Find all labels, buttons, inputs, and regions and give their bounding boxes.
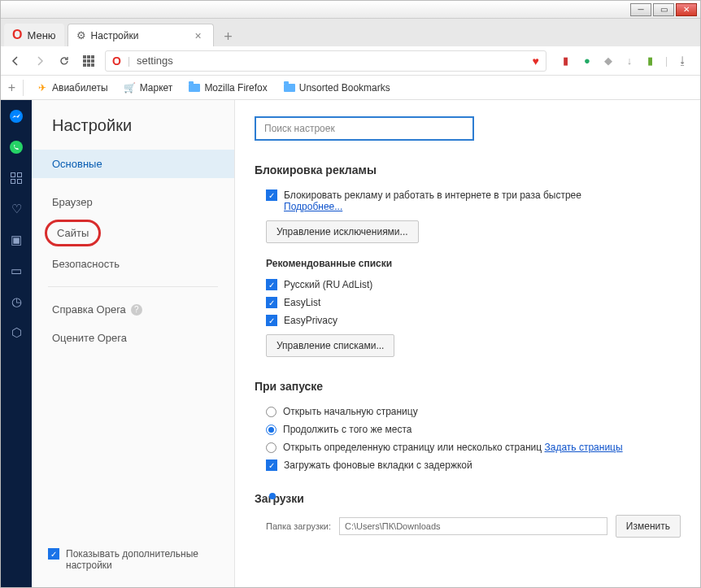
extension-shield-icon[interactable]: ◆: [602, 54, 615, 68]
startup-open-startpage[interactable]: Открыть начальную страницу: [255, 403, 681, 420]
manage-exceptions-button[interactable]: Управление исключениями...: [266, 220, 419, 243]
bookmark-folder[interactable]: Unsorted Bookmarks: [277, 80, 397, 96]
speed-dial-button[interactable]: [81, 53, 97, 69]
bookmarks-sidebar-icon[interactable]: ♡: [8, 201, 24, 217]
section-title: Загрузки: [255, 492, 681, 505]
bookmark-item[interactable]: ✈ Авиабилеты: [30, 80, 115, 96]
address-input[interactable]: [137, 54, 526, 67]
history-sidebar-icon[interactable]: ◷: [8, 294, 24, 310]
security-opera-icon: O: [112, 54, 121, 68]
learn-more-link[interactable]: Подробнее...: [284, 201, 342, 212]
adblock-section: Блокировка рекламы ✓ Блокировать рекламу…: [255, 163, 681, 362]
section-title: При запуске: [255, 380, 681, 393]
extensions-sidebar-icon[interactable]: ⬡: [8, 324, 24, 341]
reload-button[interactable]: [56, 53, 72, 69]
tabs-sidebar-icon[interactable]: ▭: [8, 263, 24, 279]
checkbox-icon: ✓: [266, 189, 277, 201]
tab-title: Настройки: [91, 30, 139, 41]
bookmark-folder[interactable]: Mozilla Firefox: [182, 80, 273, 96]
add-bookmark-button[interactable]: +: [7, 80, 24, 96]
opera-menu-button[interactable]: O Меню: [4, 24, 64, 46]
cart-icon: 🛒: [124, 82, 136, 94]
checkbox-icon: ✓: [48, 548, 59, 560]
vertical-sidebar: ♡ ▣ ▭ ◷ ⬡: [1, 100, 32, 587]
annotation-dot: [269, 493, 276, 499]
settings-sidebar: Настройки Основные Браузер Сайты Безопас…: [32, 100, 235, 587]
gear-icon: ⚙: [76, 29, 86, 41]
startup-lazy-load[interactable]: ✓Загружать фоновые вкладки с задержкой: [255, 456, 681, 474]
adblock-enable-option[interactable]: ✓ Блокировать рекламу и работать в интер…: [255, 186, 681, 216]
set-pages-link[interactable]: Задать страницы: [545, 442, 623, 453]
minimize-button[interactable]: ─: [630, 3, 651, 16]
toolbar: O | ♥ ▮ ● ◆ ↓ ▮ | ⭳: [1, 46, 700, 76]
bookmark-item[interactable]: 🛒 Маркет: [118, 80, 180, 96]
startup-specific-pages[interactable]: Открыть определенную страницу или нескол…: [255, 438, 681, 456]
plane-icon: ✈: [37, 82, 48, 94]
folder-icon: [189, 82, 200, 94]
close-window-button[interactable]: ✕: [676, 3, 697, 16]
downloads-button[interactable]: ⭳: [676, 54, 689, 68]
whatsapp-icon[interactable]: [8, 139, 24, 155]
back-button[interactable]: [7, 53, 24, 69]
tab-settings[interactable]: ⚙ Настройки ×: [67, 24, 214, 46]
tab-strip: O Меню ⚙ Настройки × +: [1, 19, 700, 46]
settings-content: Поиск настроек Блокировка рекламы ✓ Блок…: [235, 100, 700, 587]
change-folder-button[interactable]: Изменить: [616, 515, 681, 538]
checkbox-icon: ✓: [266, 460, 277, 471]
folder-icon: [284, 82, 295, 94]
bookmarks-bar: + ✈ Авиабилеты 🛒 Маркет Mozilla Firefox …: [1, 76, 700, 100]
settings-search-input[interactable]: Поиск настроек: [255, 116, 474, 141]
nav-sites[interactable]: Сайты: [45, 220, 101, 246]
extensions-area: ▮ ● ◆ ↓ ▮ | ⭳: [555, 54, 694, 68]
download-arrow-icon[interactable]: ↓: [623, 54, 636, 68]
tab-close-button[interactable]: ×: [191, 29, 204, 42]
list-russian-option[interactable]: ✓Русский (RU AdList): [255, 276, 681, 294]
nav-rate[interactable]: Оцените Opera: [32, 324, 234, 352]
nav-basic[interactable]: Основные: [32, 150, 234, 178]
manage-lists-button[interactable]: Управление списками...: [266, 334, 394, 357]
recommended-lists-title: Рекомендованные списки: [255, 258, 681, 269]
radio-icon: [266, 425, 276, 435]
radio-icon: [266, 407, 276, 417]
extension-icon-4[interactable]: ▮: [644, 54, 657, 68]
downloads-section: Загрузки Папка загрузки: C:\Users\ПК\Dow…: [255, 492, 681, 538]
nav-help[interactable]: Справка Opera?: [32, 295, 234, 324]
new-tab-button[interactable]: +: [219, 27, 238, 46]
speed-dial-sidebar-icon[interactable]: [8, 170, 24, 186]
show-advanced-checkbox[interactable]: ✓ Показывать дополнительные настройки: [48, 548, 234, 571]
address-bar[interactable]: O | ♥: [105, 50, 546, 72]
forward-button[interactable]: [32, 53, 48, 69]
svg-point-1: [10, 141, 23, 154]
list-easyprivacy-option[interactable]: ✓EasyPrivacy: [255, 311, 681, 329]
window-titlebar: ─ ▭ ✕: [1, 1, 700, 19]
separator: [48, 286, 218, 287]
checkbox-icon: ✓: [266, 279, 277, 290]
extension-icon-1[interactable]: ▮: [559, 54, 573, 68]
opera-menu-label: Меню: [27, 29, 55, 41]
checkbox-icon: ✓: [266, 297, 277, 308]
extension-icon-2[interactable]: ●: [581, 54, 594, 68]
checkbox-icon: ✓: [266, 315, 277, 326]
radio-icon: [266, 442, 276, 453]
bookmark-heart-icon[interactable]: ♥: [533, 54, 539, 68]
download-folder-label: Папка загрузки:: [266, 521, 331, 531]
nav-browser[interactable]: Браузер: [32, 188, 234, 216]
nav-security[interactable]: Безопасность: [32, 250, 234, 278]
help-icon: ?: [131, 304, 142, 316]
section-title: Блокировка рекламы: [255, 163, 681, 176]
messenger-icon[interactable]: [8, 108, 24, 124]
news-sidebar-icon[interactable]: ▣: [8, 232, 24, 248]
download-path-input[interactable]: C:\Users\ПК\Downloads: [339, 517, 607, 535]
list-easylist-option[interactable]: ✓EasyList: [255, 294, 681, 311]
settings-title: Настройки: [32, 116, 234, 150]
startup-section: При запуске Открыть начальную страницу П…: [255, 380, 681, 474]
startup-continue[interactable]: Продолжить с того же места: [255, 420, 681, 438]
opera-logo-icon: O: [12, 28, 22, 42]
maximize-button[interactable]: ▭: [653, 3, 674, 16]
